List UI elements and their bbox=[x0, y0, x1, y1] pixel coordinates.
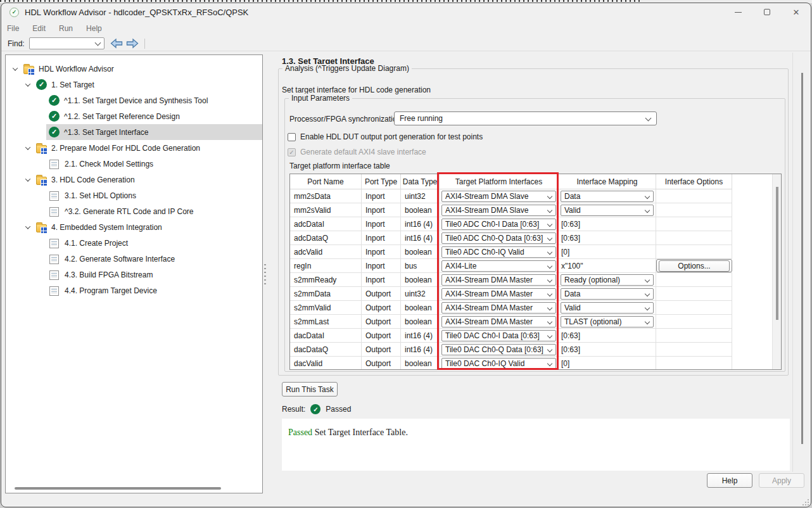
tree-item[interactable]: HDL Workflow Advisor bbox=[6, 61, 262, 77]
interface-mapping-select[interactable]: TLAST (optional) bbox=[561, 316, 654, 327]
table-header-row: Port NamePort TypeData TypeTarget Platfo… bbox=[290, 174, 732, 189]
advisor-check-icon: ✓ bbox=[10, 8, 19, 17]
port-name-cell[interactable]: adcDataQ bbox=[290, 231, 362, 244]
tree-item[interactable]: 4.4. Program Target Device bbox=[6, 283, 262, 298]
port-name-cell[interactable]: adcDataI bbox=[290, 217, 362, 231]
tree-item-label: 2.1. Check Model Settings bbox=[65, 160, 153, 168]
chevron-down-icon bbox=[645, 319, 650, 324]
target-platform-interface-select[interactable]: Tile0 ADC Ch0-I Data [0:63] bbox=[441, 219, 556, 230]
help-button[interactable]: Help bbox=[707, 473, 752, 488]
target-platform-interface-select[interactable]: AXI4-Stream DMA Master bbox=[441, 316, 556, 327]
tree-item[interactable]: 2.1. Check Model Settings bbox=[6, 156, 262, 172]
port-name-cell[interactable]: dacDataQ bbox=[290, 343, 362, 356]
port-name-cell[interactable]: s2mmValid bbox=[290, 301, 362, 314]
menu-item[interactable]: File bbox=[7, 24, 19, 33]
tree-item[interactable]: ^1.1. Set Target Device and Synthesis To… bbox=[6, 92, 262, 108]
tree-item-icon bbox=[49, 270, 59, 280]
port-name-cell[interactable]: s2mmData bbox=[290, 287, 362, 300]
panel-splitter[interactable] bbox=[264, 264, 266, 286]
tree-item[interactable]: 2. Prepare Model For HDL Code Generation bbox=[6, 140, 262, 156]
interface-mapping-value[interactable]: x"100" bbox=[559, 262, 583, 270]
port-type-cell: Outport bbox=[362, 315, 401, 328]
target-platform-interface-select[interactable]: Tile0 DAC Ch0-IQ Valid bbox=[441, 358, 556, 369]
target-platform-interface-select[interactable]: AXI4-Stream DMA Master bbox=[441, 288, 556, 300]
interface-mapping-value[interactable]: [0:63] bbox=[559, 234, 580, 243]
right-panel-scrollbar[interactable] bbox=[801, 73, 803, 444]
run-this-task-button[interactable]: Run This Task bbox=[282, 382, 338, 397]
data-type-cell: int16 (4) bbox=[401, 329, 440, 342]
target-platform-interface-select[interactable]: AXI4-Stream DMA Slave bbox=[441, 191, 556, 202]
tree-item[interactable]: ^1.3. Set Target Interface bbox=[6, 124, 262, 140]
result-row: Result: Passed bbox=[282, 404, 351, 414]
table-vertical-scrollbar[interactable] bbox=[772, 174, 781, 369]
interface-mapping-select[interactable]: Ready (optional) bbox=[561, 274, 654, 286]
target-platform-interface-select[interactable]: AXI4-Stream DMA Master bbox=[441, 302, 556, 314]
interface-mapping-value[interactable]: [0] bbox=[559, 248, 569, 257]
menubar: FileEditRunHelp bbox=[1, 21, 811, 36]
interface-mapping-value[interactable]: [0:63] bbox=[559, 345, 580, 354]
target-platform-interface-select[interactable]: Tile0 DAC Ch0-Q Data [0:63] bbox=[441, 344, 556, 355]
target-platform-interface-select[interactable]: Tile0 DAC Ch0-I Data [0:63] bbox=[441, 330, 556, 341]
tree-horizontal-scrollbar[interactable] bbox=[15, 487, 221, 490]
data-type-cell: boolean bbox=[401, 245, 440, 258]
maximize-button[interactable] bbox=[752, 3, 782, 21]
interface-mapping-value[interactable]: [0:63] bbox=[559, 331, 580, 340]
interface-mapping-value[interactable]: [0] bbox=[559, 359, 569, 368]
chevron-down-icon bbox=[547, 277, 552, 282]
tree-item[interactable]: ^1.2. Set Target Reference Design bbox=[6, 108, 262, 124]
table-scrollbar-thumb[interactable] bbox=[776, 187, 778, 320]
tree-item[interactable]: 3.1. Set HDL Options bbox=[6, 187, 262, 203]
interface-mapping-value[interactable]: [0:63] bbox=[559, 220, 580, 229]
testpoints-checkbox[interactable] bbox=[288, 133, 296, 141]
port-name-cell[interactable]: mm2sValid bbox=[290, 203, 362, 217]
interface-mapping-select[interactable]: Valid bbox=[561, 302, 654, 314]
tree-item-label: ^1.1. Set Target Device and Synthesis To… bbox=[64, 96, 208, 105]
interface-options-button[interactable]: Options... bbox=[659, 260, 730, 272]
menu-item[interactable]: Edit bbox=[32, 24, 46, 33]
tree-item[interactable]: 4.3. Build FPGA Bitstream bbox=[6, 267, 262, 283]
port-name-cell[interactable]: s2mmReady bbox=[290, 273, 362, 286]
chevron-down-icon[interactable] bbox=[25, 176, 30, 181]
find-input[interactable] bbox=[29, 37, 105, 49]
port-name-cell[interactable]: dacDataI bbox=[290, 329, 362, 342]
find-previous-button[interactable] bbox=[110, 38, 124, 49]
tree-item-icon bbox=[49, 111, 60, 122]
target-platform-interface-select[interactable]: Tile0 ADC Ch0-IQ Valid bbox=[441, 246, 556, 258]
titlebar[interactable]: ✓ HDL Workflow Advisor - hdlcoder_QPSKTx… bbox=[1, 3, 811, 21]
menu-item[interactable]: Help bbox=[86, 24, 102, 33]
chevron-down-icon bbox=[547, 249, 552, 254]
tree-item[interactable]: 4.2. Generate Software Interface bbox=[6, 251, 262, 267]
chevron-down-icon[interactable] bbox=[94, 40, 101, 46]
minimize-button[interactable] bbox=[723, 3, 752, 21]
interface-mapping-select[interactable]: Data bbox=[561, 288, 654, 300]
find-next-button[interactable] bbox=[125, 38, 139, 49]
interface-mapping-select[interactable]: Valid bbox=[561, 205, 654, 216]
menu-item[interactable]: Run bbox=[59, 24, 73, 33]
port-name-cell[interactable]: s2mmLast bbox=[290, 315, 362, 328]
chevron-down-icon bbox=[645, 115, 652, 122]
target-platform-interface-select[interactable]: Tile0 ADC Ch0-Q Data [0:63] bbox=[441, 232, 556, 244]
chevron-down-icon[interactable] bbox=[25, 81, 30, 86]
tree-item[interactable]: 4. Embedded System Integration bbox=[6, 219, 262, 235]
chevron-down-icon[interactable] bbox=[25, 224, 30, 229]
chevron-down-icon[interactable] bbox=[25, 144, 30, 149]
target-platform-interface-select[interactable]: AXI4-Lite bbox=[441, 260, 556, 272]
chevron-down-icon[interactable] bbox=[13, 65, 18, 70]
close-button[interactable]: ✕ bbox=[782, 3, 811, 21]
maximize-icon bbox=[764, 9, 770, 15]
port-name-cell[interactable]: dacValid bbox=[290, 357, 362, 370]
tree-item[interactable]: 1. Set Target bbox=[6, 77, 262, 92]
port-name-cell[interactable]: mm2sData bbox=[290, 189, 362, 203]
tree-item[interactable]: ^3.2. Generate RTL Code and IP Core bbox=[6, 203, 262, 219]
tree-item[interactable]: 4.1. Create Project bbox=[6, 235, 262, 251]
processor-fpga-sync-select[interactable]: Free running bbox=[394, 111, 657, 125]
tree-item[interactable]: 3. HDL Code Generation bbox=[6, 172, 262, 187]
resize-grip[interactable] bbox=[802, 498, 809, 506]
target-platform-interface-select[interactable]: AXI4-Stream DMA Slave bbox=[441, 205, 556, 216]
table-row: dacDataQ Outport int16 (4) Tile0 DAC Ch0… bbox=[290, 343, 732, 357]
tree-item-label: 2. Prepare Model For HDL Code Generation bbox=[51, 144, 200, 153]
port-name-cell[interactable]: regIn bbox=[290, 259, 362, 272]
port-name-cell[interactable]: adcValid bbox=[290, 245, 362, 258]
target-platform-interface-select[interactable]: AXI4-Stream DMA Master bbox=[441, 274, 556, 286]
interface-mapping-select[interactable]: Data bbox=[561, 191, 654, 202]
